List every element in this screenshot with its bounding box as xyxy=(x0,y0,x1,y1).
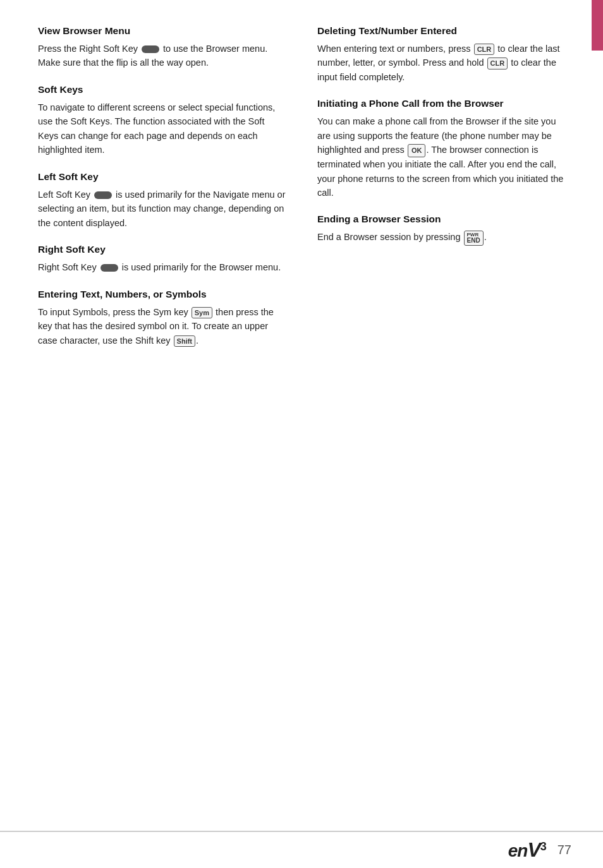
heading-initiating-call: Initiating a Phone Call from the Browser xyxy=(317,98,571,109)
heading-view-browser-menu: View Browser Menu xyxy=(38,25,286,37)
body-soft-keys: To navigate to different screens or sele… xyxy=(38,100,286,157)
section-view-browser-menu: View Browser Menu Press the Right Soft K… xyxy=(38,25,286,70)
right-soft-key-icon-2 xyxy=(100,264,118,272)
page-number: 77 xyxy=(557,843,571,857)
section-initiating-call: Initiating a Phone Call from the Browser… xyxy=(317,98,571,200)
ok-key-icon: OK xyxy=(408,144,426,157)
body-view-browser-menu: Press the Right Soft Key to use the Brow… xyxy=(38,42,286,70)
clr-key-icon-2: CLR xyxy=(487,57,508,69)
brand-en: en xyxy=(508,841,528,860)
brand-superscript: 3 xyxy=(540,840,546,853)
left-column: View Browser Menu Press the Right Soft K… xyxy=(38,25,305,818)
footer: enV3 77 xyxy=(0,831,603,868)
body-entering-text: To input Symbols, press the Sym key Sym … xyxy=(38,305,286,347)
clr-key-icon-1: CLR xyxy=(474,44,495,55)
corner-tab xyxy=(592,0,603,51)
section-ending-session: Ending a Browser Session End a Browser s… xyxy=(317,214,571,245)
body-deleting-text: When entering text or numbers, press CLR… xyxy=(317,42,571,84)
section-soft-keys: Soft Keys To navigate to different scree… xyxy=(38,84,286,157)
section-entering-text: Entering Text, Numbers, or Symbols To in… xyxy=(38,289,286,347)
right-soft-key-icon xyxy=(142,45,159,53)
body-right-soft-key: Right Soft Key is used primarily for the… xyxy=(38,260,286,274)
shift-key-icon: Shift xyxy=(174,335,195,347)
body-initiating-call: You can make a phone call from the Brows… xyxy=(317,114,571,200)
heading-soft-keys: Soft Keys xyxy=(38,84,286,95)
section-right-soft-key: Right Soft Key Right Soft Key is used pr… xyxy=(38,244,286,274)
heading-ending-session: Ending a Browser Session xyxy=(317,214,571,225)
left-soft-key-icon xyxy=(94,191,112,199)
heading-deleting-text: Deleting Text/Number Entered xyxy=(317,25,571,37)
brand-v: V xyxy=(527,838,540,861)
brand-logo: enV3 xyxy=(508,838,546,862)
right-column: Deleting Text/Number Entered When enteri… xyxy=(305,25,571,818)
page-container: View Browser Menu Press the Right Soft K… xyxy=(0,0,603,868)
heading-entering-text: Entering Text, Numbers, or Symbols xyxy=(38,289,286,300)
section-deleting-text: Deleting Text/Number Entered When enteri… xyxy=(317,25,571,84)
end-key-icon: PWR END xyxy=(464,231,484,246)
heading-left-soft-key: Left Soft Key xyxy=(38,171,286,183)
content-area: View Browser Menu Press the Right Soft K… xyxy=(0,0,603,831)
body-ending-session: End a Browser session by pressing PWR EN… xyxy=(317,230,571,245)
sym-key-icon: Sym xyxy=(192,307,212,318)
section-left-soft-key: Left Soft Key Left Soft Key is used prim… xyxy=(38,171,286,230)
body-left-soft-key: Left Soft Key is used primarily for the … xyxy=(38,188,286,230)
heading-right-soft-key: Right Soft Key xyxy=(38,244,286,255)
